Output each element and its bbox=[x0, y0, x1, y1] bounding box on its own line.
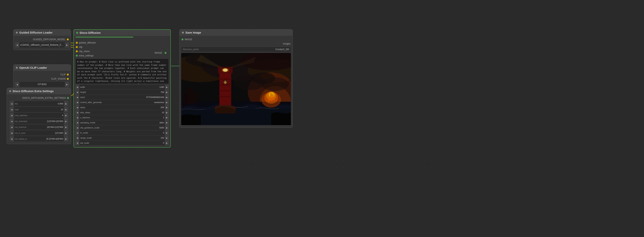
output-dot-clip[interactable] bbox=[67, 74, 69, 76]
port-label-clip: clip bbox=[79, 46, 82, 48]
tv-scale-value: 0 bbox=[110, 132, 165, 134]
output-dot-clip-vision[interactable] bbox=[67, 78, 69, 80]
tv-scale-dec[interactable]: ◀ bbox=[76, 130, 79, 135]
cut-overview-inc[interactable]: ▶ bbox=[64, 119, 68, 124]
cut-innercut-dec[interactable]: ◀ bbox=[10, 125, 14, 130]
width-dec[interactable]: ◀ bbox=[76, 85, 79, 89]
openai-clip-loader-node: OpenAI CLIP Loader CLIP CLIP_VISION ◀ Vi… bbox=[13, 64, 71, 89]
sampling-dec[interactable]: ◀ bbox=[76, 120, 79, 125]
eta-dec[interactable]: ◀ bbox=[10, 101, 14, 106]
eta-input: ◀ eta 0.800 ▶ bbox=[10, 101, 68, 106]
range-scale-dec[interactable]: ◀ bbox=[76, 136, 79, 140]
cut-overview-label: cut_overview bbox=[14, 120, 47, 122]
cutn-batches-inc[interactable]: ▶ bbox=[64, 113, 68, 118]
width-value: 1280 bbox=[110, 86, 165, 88]
clip-guidance-dec[interactable]: ◀ bbox=[76, 125, 79, 130]
prompt-text-area[interactable]: # How to prompt: # Each line is prefixed… bbox=[76, 59, 169, 84]
decrement-btn-clip[interactable]: ◀ bbox=[15, 82, 19, 87]
port-dot-extra[interactable] bbox=[76, 55, 78, 57]
node-header-clip: OpenAI CLIP Loader bbox=[14, 65, 71, 71]
output-dot-disco[interactable] bbox=[164, 52, 166, 54]
output-label-clip-vision: CLIP_VISION bbox=[51, 77, 66, 80]
cut-innercut-label: cut_innercut bbox=[14, 126, 47, 128]
n-batches-value: 1 bbox=[110, 116, 165, 119]
output-dot-extra[interactable] bbox=[67, 97, 69, 99]
cutn-inc[interactable]: ▶ bbox=[64, 107, 68, 112]
increment-btn-clip[interactable]: ▶ bbox=[65, 82, 69, 87]
cut-innercut-input: ◀ cut_innercut [4]*400+[12]*600 ▶ bbox=[10, 125, 68, 130]
cut-icgray-inc[interactable]: ▶ bbox=[64, 136, 68, 141]
param-sampling-mode: ◀ sampling_mode ddim ▶ bbox=[76, 120, 169, 125]
output-port-disco: IMAGE bbox=[152, 51, 168, 55]
range-scale-label: range_scale bbox=[79, 137, 110, 139]
output-label-extra: DISCO_DIFFUSION_EXTRA_SETTINGS bbox=[22, 97, 66, 99]
cutn-label: cutn bbox=[14, 108, 61, 111]
clip-guidance-value: 5000 bbox=[110, 127, 165, 129]
cut-icgray-dec[interactable]: ◀ bbox=[10, 136, 14, 141]
n-batches-inc[interactable]: ▶ bbox=[165, 115, 169, 120]
cutn-value: 16 bbox=[61, 108, 64, 111]
eta-inc[interactable]: ▶ bbox=[64, 101, 68, 106]
cut-ic-pow-label: cut_ic_pow bbox=[14, 132, 55, 134]
output-dot-gdl[interactable] bbox=[67, 38, 69, 40]
cut-ic-pow-inc[interactable]: ▶ bbox=[64, 130, 68, 136]
clip-guidance-inc[interactable]: ▶ bbox=[165, 125, 169, 130]
node-status-dot-clip bbox=[16, 67, 18, 69]
height-inc[interactable]: ▶ bbox=[165, 90, 169, 94]
extra-settings-node: Disco Diffusion Extra Settings DISCO_DIF… bbox=[7, 88, 71, 144]
node-title-clip: OpenAI CLIP Loader bbox=[19, 66, 47, 69]
filename-label: filename_prefix bbox=[183, 48, 275, 51]
svg-rect-35 bbox=[181, 53, 291, 125]
output-label-gdl: GUIDED_DIFFUSION_MODEL bbox=[33, 38, 66, 41]
port-label-guided: guided_diffusion bbox=[79, 41, 96, 44]
control-after-dec[interactable]: ◀ bbox=[76, 100, 79, 105]
tv-scale-label: tv_scale bbox=[79, 132, 110, 134]
cut-innercut-inc[interactable]: ▶ bbox=[64, 125, 68, 130]
cutn-dec[interactable]: ◀ bbox=[10, 107, 14, 112]
sat-scale-dec[interactable]: ◀ bbox=[76, 141, 79, 145]
cutn-input: ◀ cutn 16 ▶ bbox=[10, 107, 68, 112]
node-status-dot-save bbox=[182, 32, 184, 33]
height-dec[interactable]: ◀ bbox=[76, 90, 79, 94]
skip-steps-dec[interactable]: ◀ bbox=[76, 110, 79, 115]
sat-scale-inc[interactable]: ▶ bbox=[165, 141, 169, 145]
cutn-batches-dec[interactable]: ◀ bbox=[10, 113, 14, 118]
cut-ic-pow-dec[interactable]: ◀ bbox=[10, 130, 14, 136]
param-steps: ◀ steps 250 ▶ bbox=[76, 105, 169, 110]
cut-overview-dec[interactable]: ◀ bbox=[10, 119, 14, 124]
control-after-inc[interactable]: ▶ bbox=[165, 100, 169, 105]
seed-dec[interactable]: ◀ bbox=[76, 95, 79, 100]
increment-btn-gdl[interactable]: ▶ bbox=[65, 42, 69, 47]
control-after-value: randomize bbox=[110, 101, 165, 103]
input-port-save: IMAGE bbox=[180, 37, 292, 42]
steps-dec[interactable]: ◀ bbox=[76, 105, 79, 110]
model-value-gdl: v12e542_:diffusion_uncond_finetune_00810… bbox=[19, 43, 65, 46]
param-control-after: ◀ control_after_generate randomize ▶ bbox=[76, 100, 169, 105]
skip-steps-inc[interactable]: ▶ bbox=[165, 110, 169, 115]
port-dot-clip[interactable] bbox=[76, 46, 78, 48]
filename-row[interactable]: filename_prefix ComfyUI_DD bbox=[181, 47, 291, 52]
cut-overview-input: ◀ cut_overview [12]*400+[4]*600 ▶ bbox=[10, 119, 68, 124]
input-label-save: IMAGE bbox=[185, 38, 192, 41]
steps-inc[interactable]: ▶ bbox=[165, 105, 169, 110]
n-batches-dec[interactable]: ◀ bbox=[76, 115, 79, 120]
width-inc[interactable]: ▶ bbox=[165, 85, 169, 89]
param-n-batches: ◀ n_batches 1 ▶ bbox=[76, 115, 169, 120]
node-status-dot-extra bbox=[9, 90, 11, 92]
node-header-gdl: Guided Diffusion Loader bbox=[14, 29, 71, 36]
output-label-clip: CLIP bbox=[60, 73, 66, 76]
port-dot-clip-vision[interactable] bbox=[76, 50, 78, 52]
tv-scale-inc[interactable]: ▶ bbox=[165, 130, 169, 135]
node-title-save: Save Image bbox=[186, 31, 201, 34]
seed-inc[interactable]: ▶ bbox=[165, 95, 169, 100]
input-dot-save[interactable] bbox=[182, 38, 184, 40]
clip-guidance-label: clip_guidance_scale bbox=[79, 127, 110, 129]
decrement-btn-gdl[interactable]: ◀ bbox=[15, 42, 19, 47]
model-value-clip: ViT-B/32 bbox=[19, 83, 65, 86]
sampling-inc[interactable]: ▶ bbox=[165, 120, 169, 125]
param-seed: ◀ seed 977034000902446 ▶ bbox=[76, 95, 169, 100]
param-skip-steps: ◀ skip_steps 10 ▶ bbox=[76, 110, 169, 115]
range-scale-inc[interactable]: ▶ bbox=[165, 136, 169, 140]
port-dot-guided[interactable] bbox=[76, 42, 78, 44]
guided-diffusion-loader-node: Guided Diffusion Loader GUIDED_DIFFUSION… bbox=[13, 29, 71, 50]
